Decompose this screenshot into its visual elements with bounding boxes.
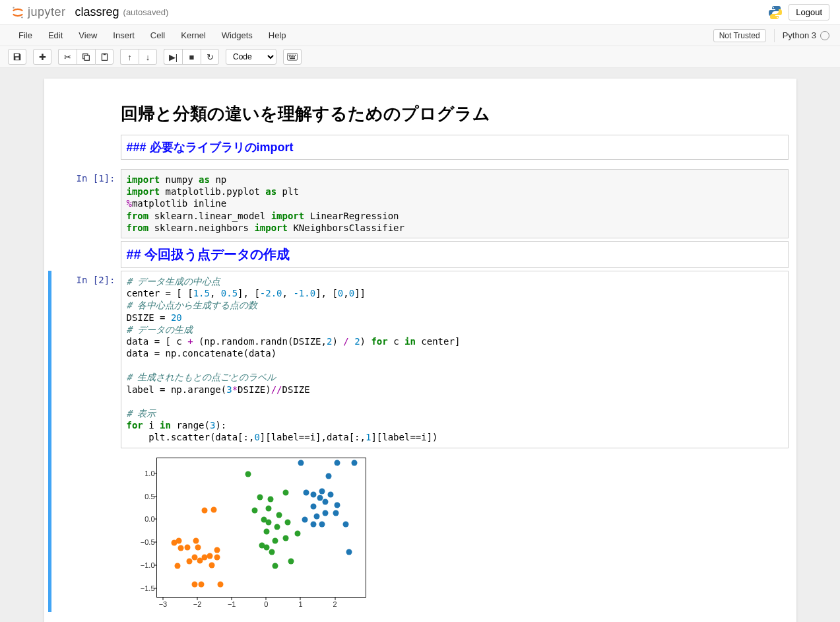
menu-edit[interactable]: Edit: [40, 26, 71, 44]
svg-rect-9: [288, 55, 290, 56]
svg-rect-15: [291, 56, 292, 57]
restart-icon: ↻: [207, 52, 214, 62]
notebook-container: 回帰と分類の違いを理解するためのプログラム ### 必要なライブラリのimpor…: [0, 68, 840, 622]
plot-axes: [156, 458, 366, 598]
md-subheading-2: ## 今回扱う点データの作成: [121, 241, 789, 268]
add-cell-button[interactable]: ✚: [33, 49, 51, 65]
scatter-point: [304, 489, 309, 495]
save-icon: [13, 52, 22, 61]
scatter-point: [335, 460, 340, 466]
jupyter-logo[interactable]: jupyter: [11, 5, 66, 20]
copy-icon: [82, 53, 90, 61]
scatter-point: [274, 524, 280, 530]
scatter-point: [327, 492, 333, 498]
kernel-indicator[interactable]: Python 3: [783, 30, 829, 40]
scatter-point: [174, 563, 180, 569]
menu-cell[interactable]: Cell: [143, 26, 173, 44]
x-tick-label: −3: [159, 600, 168, 608]
code-input-1[interactable]: import numpy as np import matplotlib.pyp…: [121, 169, 789, 238]
restart-button[interactable]: ↻: [201, 49, 219, 65]
y-tick-label: −1.0: [141, 561, 155, 569]
cut-icon: ✂: [64, 52, 71, 62]
kernel-name: Python 3: [783, 30, 816, 40]
scatter-point: [319, 489, 325, 495]
header: jupyter classreg (autosaved) Logout: [0, 0, 840, 25]
scatter-point: [214, 547, 220, 553]
scatter-point: [202, 508, 208, 514]
move-down-button[interactable]: ↓: [139, 49, 157, 65]
interrupt-button[interactable]: ■: [182, 49, 201, 65]
scatter-point: [310, 492, 316, 498]
output-area: −1.5−1.0−0.50.00.51.0−3−2−1012: [121, 448, 789, 612]
autosave-status: (autosaved): [123, 7, 169, 17]
prompt-in-1: In [1]:: [48, 169, 121, 238]
code-input-2[interactable]: # データ生成の中心点 center = [ [1.5, 0.5], [-2.0…: [121, 271, 789, 448]
menu-view[interactable]: View: [71, 26, 105, 44]
paste-button[interactable]: [95, 49, 113, 65]
command-palette-button[interactable]: [283, 49, 302, 65]
trust-button[interactable]: Not Trusted: [713, 29, 766, 42]
menu-insert[interactable]: Insert: [105, 26, 143, 44]
scatter-point: [191, 581, 197, 587]
scatter-point: [310, 503, 316, 509]
keyboard-icon: [287, 53, 298, 61]
scatter-point: [282, 536, 288, 541]
markdown-cell-2[interactable]: ## 今回扱う点データの作成: [48, 241, 792, 268]
python-icon: [767, 5, 783, 20]
jupyter-icon: [11, 5, 25, 20]
scatter-point: [209, 562, 214, 568]
logout-button[interactable]: Logout: [789, 4, 829, 20]
svg-rect-10: [290, 55, 292, 56]
toolbar: ✚ ✂ ↑ ↓ ▶| ■ ↻ Code: [0, 46, 840, 68]
x-tick-label: −1: [228, 600, 236, 608]
svg-rect-18: [290, 58, 295, 59]
prompt-in-2: In [2]:: [48, 271, 121, 612]
scatter-point: [210, 507, 216, 513]
markdown-cell[interactable]: 回帰と分類の違いを理解するためのプログラム ### 必要なライブラリのimpor…: [48, 93, 792, 166]
celltype-select[interactable]: Code: [226, 49, 276, 65]
scatter-point: [333, 510, 339, 516]
scatter-point: [185, 545, 191, 551]
cut-button[interactable]: ✂: [58, 49, 77, 65]
svg-rect-5: [84, 55, 89, 60]
scatter-point: [178, 545, 183, 551]
svg-point-0: [13, 7, 14, 8]
x-tick-label: 2: [333, 600, 337, 608]
scatter-point: [193, 537, 199, 543]
notebook-name[interactable]: classreg: [75, 5, 119, 19]
scatter-point: [264, 545, 270, 551]
run-button[interactable]: ▶|: [164, 49, 182, 65]
scatter-point: [214, 555, 220, 561]
plus-icon: ✚: [39, 52, 46, 62]
svg-rect-17: [294, 56, 295, 57]
code-cell-2[interactable]: In [2]: # データ生成の中心点 center = [ [1.5, 0.5…: [48, 271, 792, 612]
code-cell-1[interactable]: In [1]: import numpy as np import matplo…: [48, 169, 792, 238]
notebook: 回帰と分類の違いを理解するためのプログラム ### 必要なライブラリのimpor…: [44, 79, 796, 622]
scatter-point: [288, 558, 294, 564]
menu-widgets[interactable]: Widgets: [214, 26, 261, 44]
y-tick-label: −1.5: [141, 584, 155, 592]
svg-rect-16: [292, 56, 294, 57]
save-button[interactable]: [8, 49, 26, 65]
scatter-point: [276, 512, 282, 518]
run-icon: ▶|: [169, 52, 178, 62]
svg-rect-12: [294, 55, 295, 56]
scatter-point: [326, 473, 332, 479]
scatter-point: [267, 497, 273, 502]
menu-help[interactable]: Help: [261, 26, 294, 44]
x-tick-label: −2: [193, 600, 202, 608]
copy-button[interactable]: [77, 49, 95, 65]
scatter-point: [269, 549, 275, 555]
paste-icon: [100, 53, 109, 61]
menu-file[interactable]: File: [11, 26, 40, 44]
arrow-down-icon: ↓: [146, 52, 150, 62]
arrow-up-icon: ↑: [127, 52, 132, 62]
scatter-point: [176, 537, 182, 543]
move-up-button[interactable]: ↑: [120, 49, 139, 65]
jupyter-logo-text: jupyter: [28, 5, 66, 19]
scatter-point: [310, 522, 316, 528]
scatter-point: [217, 581, 223, 587]
scatter-point: [346, 549, 352, 555]
menu-kernel[interactable]: Kernel: [173, 26, 214, 44]
svg-point-1: [21, 17, 22, 18]
